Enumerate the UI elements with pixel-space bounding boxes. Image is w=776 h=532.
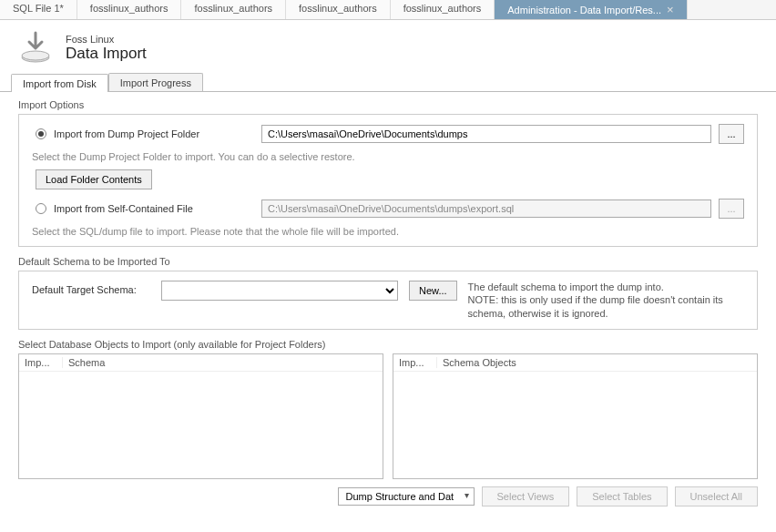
page-header: Foss Linux Data Import	[0, 20, 776, 73]
top-tab-bar: SQL File 1* fosslinux_authors fosslinux_…	[0, 0, 776, 20]
close-icon[interactable]: ×	[667, 4, 674, 15]
tab-fosslinux-authors-1[interactable]: fosslinux_authors	[77, 0, 182, 19]
schema-list-col-import: Imp...	[19, 357, 63, 368]
schema-list-col-schema: Schema	[63, 357, 383, 368]
dump-folder-hint: Select the Dump Project Folder to import…	[32, 151, 744, 162]
self-contained-path-input	[261, 200, 711, 218]
default-schema-box: Default Target Schema: New... The defaul…	[18, 271, 758, 330]
default-schema-description: The default schema to import the dump in…	[468, 281, 744, 320]
svg-point-1	[22, 51, 49, 60]
unselect-all-button: Unselect All	[675, 486, 758, 506]
tab-label: Administration - Data Import/Res...	[507, 5, 661, 15]
import-icon	[16, 31, 55, 66]
radio-self-contained[interactable]	[36, 203, 46, 214]
dump-folder-browse-button[interactable]: ...	[719, 124, 744, 144]
select-tables-button: Select Tables	[577, 486, 667, 506]
select-views-button: Select Views	[482, 486, 570, 506]
schema-objects-col-objects: Schema Objects	[437, 357, 757, 368]
schema-list-header: Imp... Schema	[19, 354, 383, 372]
select-objects-legend: Select Database Objects to Import (only …	[18, 339, 758, 350]
self-contained-hint: Select the SQL/dump file to import. Plea…	[32, 226, 744, 237]
schema-objects-col-import: Imp...	[393, 357, 437, 368]
new-schema-button[interactable]: New...	[409, 281, 457, 301]
default-target-schema-label: Default Target Schema:	[32, 281, 150, 295]
page-title: Data Import	[66, 45, 147, 63]
tab-fosslinux-authors-4[interactable]: fosslinux_authors	[391, 0, 495, 19]
sub-tab-import-progress[interactable]: Import Progress	[108, 73, 203, 91]
sub-tab-import-from-disk[interactable]: Import from Disk	[11, 74, 108, 92]
load-folder-contents-button[interactable]: Load Folder Contents	[36, 169, 152, 189]
tab-sql-file-1[interactable]: SQL File 1*	[0, 0, 77, 19]
tab-administration-data-import[interactable]: Administration - Data Import/Res... ×	[495, 0, 687, 19]
schema-objects-list-header: Imp... Schema Objects	[393, 354, 757, 372]
radio-self-contained-label: Import from Self-Contained File	[54, 203, 254, 214]
tab-fosslinux-authors-3[interactable]: fosslinux_authors	[286, 0, 391, 19]
self-contained-browse-button: ...	[719, 199, 744, 219]
radio-dump-folder[interactable]	[36, 128, 46, 139]
schema-objects-list[interactable]: Imp... Schema Objects	[393, 353, 758, 479]
page-subtitle: Foss Linux	[66, 34, 147, 45]
radio-dump-folder-label: Import from Dump Project Folder	[54, 128, 254, 139]
sub-tab-bar: Import from Disk Import Progress	[0, 73, 776, 92]
import-options-box: Import from Dump Project Folder ... Sele…	[18, 114, 758, 247]
dump-type-select[interactable]: Dump Structure and Dat	[338, 487, 475, 506]
dump-folder-path-input[interactable]	[261, 125, 711, 143]
tab-fosslinux-authors-2[interactable]: fosslinux_authors	[181, 0, 286, 19]
default-target-schema-select[interactable]	[161, 281, 398, 301]
import-options-legend: Import Options	[18, 99, 758, 110]
default-schema-legend: Default Schema to be Imported To	[18, 256, 758, 267]
schema-list[interactable]: Imp... Schema	[18, 353, 383, 479]
